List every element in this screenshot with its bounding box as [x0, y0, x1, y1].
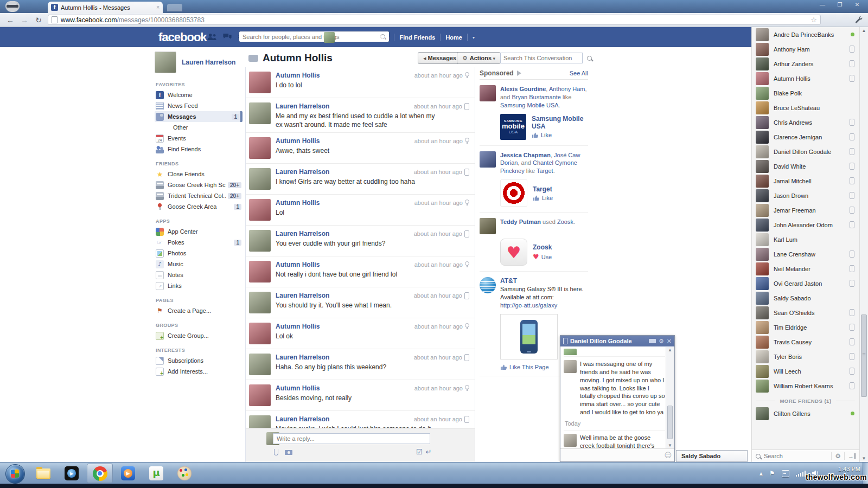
reply-input[interactable] [273, 433, 430, 444]
reload-button[interactable]: ↻ [33, 15, 44, 25]
galaxy-phone-image[interactable] [500, 314, 558, 359]
friend-row-will-leech[interactable]: Will Leech [752, 364, 859, 378]
friend-row-sean-o-shields[interactable]: Sean O'Shields [752, 305, 859, 320]
ad-brand-name[interactable]: Target [533, 185, 553, 193]
friend-row-clifton-gillens[interactable]: Clifton Gillens [752, 406, 859, 421]
ad-action-button[interactable]: Like [533, 195, 553, 201]
ad-brand-name[interactable]: Zoosk [533, 243, 552, 251]
minimize-button[interactable]: — [815, 1, 830, 9]
sidebar-item-other[interactable]: Other [155, 122, 242, 133]
actions-button[interactable]: Actions [457, 52, 501, 64]
sidebar-item-trident-technical-col[interactable]: Trident Technical Col...20+ [155, 190, 242, 201]
friend-row-anthony-ham[interactable]: Anthony Ham [752, 42, 859, 56]
friend-row-chris-andrews[interactable]: Chris Andrews [752, 115, 859, 130]
sidebar-item-create-a-page[interactable]: Create a Page... [155, 305, 242, 316]
friend-row-david-white[interactable]: David White [752, 159, 859, 174]
chat-popup-scrollbar[interactable]: ▲ ▼ [666, 347, 674, 448]
profile-link[interactable]: Lauren Harrelson [340, 34, 389, 41]
avatar[interactable] [249, 102, 271, 124]
page-scrollbar[interactable]: ▲ ▼ [859, 27, 868, 462]
friend-row-william-robert-kearns[interactable]: William Robert Kearns [752, 378, 859, 393]
taskbar-item-google-chrome[interactable] [87, 464, 113, 483]
messages-icon[interactable] [222, 33, 232, 40]
ad-person-link[interactable]: Teddy Putman [500, 219, 541, 225]
friend-row-ovi-gerard-jaston[interactable]: Ovi Gerard Jaston [752, 276, 859, 291]
friend-row-saldy-sabado[interactable]: Saldy Sabado [752, 291, 859, 305]
avatar[interactable] [249, 72, 271, 93]
avatar[interactable] [249, 384, 271, 406]
chat-options-gear-icon[interactable]: ⚙ [835, 452, 841, 460]
taskbar-item-windows-explorer[interactable] [30, 464, 56, 483]
chrome-menu-wrench-icon[interactable] [855, 16, 863, 24]
message-sender-link[interactable]: Lauren Harrelson [276, 415, 329, 423]
avatar[interactable] [249, 292, 271, 313]
attach-file-icon[interactable] [274, 449, 278, 455]
friend-row-blake-polk[interactable]: Blake Polk [752, 86, 859, 100]
ad-person-link[interactable]: Jessica Chapman [500, 152, 551, 158]
press-enter-checkbox[interactable]: ☑ [416, 448, 423, 456]
message-sender-link[interactable]: Autumn Hollis [276, 137, 320, 145]
video-call-icon[interactable] [649, 339, 656, 343]
facebook-logo[interactable]: facebook [158, 30, 207, 44]
ad-brand-name[interactable]: Samsung Mobile USA [532, 115, 588, 130]
sidebar-profile[interactable]: Lauren Harrelson [155, 52, 242, 73]
chat-close-icon[interactable]: ✕ [667, 338, 672, 345]
close-button[interactable]: ✕ [850, 1, 865, 9]
taskbar-item-paint[interactable] [171, 464, 197, 483]
forward-button[interactable]: → [18, 15, 30, 25]
account-menu-caret-icon[interactable]: ▾ [473, 35, 475, 40]
friend-row-john-alexander-odom[interactable]: John Alexander Odom [752, 217, 859, 232]
scroll-down-icon[interactable]: ▼ [860, 456, 868, 461]
scroll-up-icon[interactable]: ▲ [666, 348, 674, 352]
sidebar-item-welcome[interactable]: Welcome [155, 89, 242, 100]
chat-settings-gear-icon[interactable]: ⚙ [659, 338, 664, 345]
taskbar-item-windows-media-player[interactable]: ▶ [115, 464, 141, 483]
message-sender-link[interactable]: Lauren Harrelson [276, 102, 329, 110]
emoticon-icon[interactable]: ☺ [664, 451, 672, 459]
tab-close-icon[interactable]: × [156, 4, 159, 10]
minimized-chat-tab[interactable]: Saldy Sabado [676, 450, 748, 462]
ad-target[interactable]: Jessica Chapman, José Caw Dorian, and Ch… [480, 146, 588, 213]
back-button[interactable]: ← [4, 15, 16, 25]
message-sender-link[interactable]: Lauren Harrelson [276, 354, 329, 361]
avatar[interactable] [249, 261, 271, 282]
action-flag-icon[interactable]: ⚑ [769, 470, 775, 477]
ad-person-link[interactable]: Bryan Bustamante [512, 94, 561, 100]
taskbar-item-kmplayer[interactable]: ▶ [59, 464, 85, 483]
message-sender-link[interactable]: Lauren Harrelson [276, 168, 329, 176]
ad-person-link[interactable]: Alexis Gourdine [500, 86, 546, 92]
attach-photo-icon[interactable] [285, 450, 292, 455]
sidebar-toggle-icon[interactable]: → [848, 453, 856, 459]
avatar[interactable] [249, 323, 271, 344]
profile-name[interactable]: Lauren Harrelson [182, 59, 235, 66]
sidebar-item-links[interactable]: Links [155, 280, 242, 291]
samsung-logo[interactable]: SAMSUNGmobileUSA [500, 114, 526, 140]
message-sender-link[interactable]: Lauren Harrelson [276, 230, 329, 237]
friend-row-karl-lum[interactable]: Karl Lum [752, 232, 859, 247]
avatar[interactable] [249, 199, 271, 221]
friend-row-jamal-mitchell[interactable]: Jamal Mitchell [752, 174, 859, 188]
browser-tab[interactable]: f Autumn Hollis - Messages × [48, 2, 163, 13]
avatar[interactable] [249, 354, 271, 375]
see-all-link[interactable]: See All [570, 70, 588, 76]
zoosk-heart-logo[interactable]: ♥ [500, 239, 527, 266]
sidebar-item-find-friends[interactable]: Find Friends [155, 144, 242, 155]
start-button[interactable] [5, 464, 25, 484]
ad-action-button[interactable]: ♥Use [533, 253, 552, 261]
chat-search-bar[interactable]: Search ⚙ → [752, 450, 859, 462]
find-friends-link[interactable]: Find Friends [399, 34, 435, 41]
sidebar-item-subscriptions[interactable]: Subscriptions [155, 355, 242, 366]
action-center-icon[interactable] [782, 470, 789, 477]
friend-row-neil-melander[interactable]: Neil Melander [752, 261, 859, 276]
ad-person-link[interactable]: Samsung Mobile USA [500, 102, 559, 108]
friend-row-clarence-jernigan[interactable]: Clarence Jernigan [752, 130, 859, 144]
url-bar[interactable]: www.facebook.com/messages/10000368805378… [48, 15, 821, 25]
avatar[interactable] [324, 32, 335, 43]
message-sender-link[interactable]: Autumn Hollis [276, 384, 320, 392]
message-sender-link[interactable]: Autumn Hollis [276, 72, 320, 79]
ad-person-link[interactable]: Zoosk [557, 219, 573, 225]
chat-popup-input-row[interactable]: ☺ [560, 448, 674, 461]
message-sender-link[interactable]: Autumn Hollis [276, 199, 320, 207]
ad-action-button[interactable]: Like [532, 132, 588, 138]
sidebar-item-photos[interactable]: Photos [155, 248, 242, 259]
